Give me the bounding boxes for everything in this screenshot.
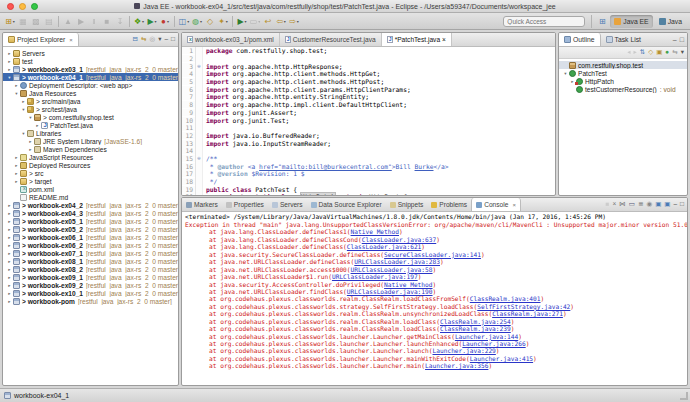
fold-marker-icon[interactable]: ⊖ — [195, 62, 203, 70]
explorer-item-workbook-ex10-1[interactable]: ▸> workbook-ex10_1[restful_java_jax-rs_2… — [3, 289, 178, 297]
back-history-button[interactable]: ⇦ — [275, 15, 287, 28]
hide-non-public-button[interactable]: ● — [665, 49, 669, 56]
forward-button[interactable]: ▸ — [633, 49, 636, 56]
expand-arrow[interactable]: ▸ — [6, 227, 13, 232]
outline-item-testcustomerresource[interactable]: testCustomerResource() : void — [559, 85, 687, 93]
explorer-item-workbook-ex08-1[interactable]: ▸> workbook-ex08_1[restful_java_jax-rs_2… — [3, 257, 178, 265]
step-into-button[interactable]: ↧ — [114, 15, 126, 28]
explorer-item-workbook-ex04-3[interactable]: ▸> workbook-ex04_3[restful_java_jax-rs_2… — [3, 209, 178, 217]
explorer-item-workbook-ex03-1[interactable]: ▸> workbook-ex03_1[restful_java_jax-rs_2… — [3, 65, 178, 73]
zoom-window-button[interactable] — [31, 3, 38, 10]
explorer-item-workbook-ex05-1[interactable]: ▸> workbook-ex05_1[restful_java_jax-rs_2… — [3, 217, 178, 225]
new-java-project-button[interactable]: ◫ — [178, 15, 190, 28]
fold-marker-icon[interactable]: ⊖ — [195, 193, 203, 196]
link-with-editor-button[interactable]: ⇆ — [672, 49, 677, 56]
focus-on-active-task-button[interactable]: ◎ — [150, 36, 156, 43]
run-button[interactable]: ▶ — [146, 15, 158, 28]
explorer-item-readme-md[interactable]: README.md — [3, 193, 178, 201]
view-tab-snippets[interactable]: Snippets — [386, 198, 428, 211]
explorer-item-servers[interactable]: ▸Servers — [3, 49, 178, 57]
clear-console-button[interactable]: ▭ — [629, 201, 635, 208]
explorer-item-workbook-ex05-2[interactable]: ▸> workbook-ex05_2[restful_java_jax-rs_2… — [3, 225, 178, 233]
forward-history-button[interactable]: ⇨ — [288, 15, 300, 28]
scroll-lock-button[interactable]: ≣ — [638, 201, 643, 208]
view-tab-data-source-explorer[interactable]: Data Source Explorer — [307, 198, 386, 211]
expand-arrow[interactable]: ▸ — [6, 259, 13, 264]
close-view-icon[interactable]: × — [512, 202, 516, 208]
expand-arrow[interactable]: ▸ — [27, 147, 34, 152]
profile-button[interactable]: ● — [159, 15, 171, 28]
fold-marker-icon[interactable]: ⊖ — [195, 155, 203, 163]
expand-arrow[interactable]: ▸ — [6, 243, 13, 248]
explorer-item-maven-dependencies[interactable]: ▸Maven Dependencies — [3, 145, 178, 153]
expand-arrow[interactable]: ▸ — [13, 179, 20, 184]
minimize-button[interactable]: ‒ — [164, 36, 168, 43]
stack-trace-link[interactable]: SecureClassLoader.java:141 — [384, 251, 481, 258]
expand-arrow[interactable]: ▾ — [27, 115, 34, 120]
expand-arrow[interactable]: ▸ — [6, 267, 13, 272]
display-selected-console-button[interactable]: ▣ — [655, 201, 661, 208]
explorer-item-deployed-resources[interactable]: ▸Deployed Resources — [3, 161, 178, 169]
stack-trace-link[interactable]: URLClassLoader.java:190 — [347, 288, 433, 295]
close-tab-icon[interactable]: × — [442, 36, 446, 43]
expand-arrow[interactable]: ▾ — [6, 75, 13, 80]
expand-arrow[interactable]: ▸ — [6, 219, 13, 224]
search-button[interactable]: ✦ — [217, 15, 229, 28]
explorer-item-workbook-pom[interactable]: ▸> workbook-pom[restful_java_jax-rs_2_0 … — [3, 297, 178, 305]
outline-item-patchtest[interactable]: ▾PatchTest — [559, 69, 687, 77]
stack-trace-link[interactable]: ClassRealm.java:254 — [440, 318, 511, 325]
view-menu-button[interactable]: ▾ — [158, 36, 161, 43]
terminate-button[interactable]: ■ — [606, 201, 610, 208]
expand-arrow[interactable]: ▾ — [20, 107, 27, 112]
view-menu-button[interactable]: ▾ — [681, 49, 684, 56]
hide-fields-button[interactable]: ◇ — [648, 49, 653, 56]
new-class-button[interactable]: ◍ — [191, 15, 203, 28]
debug-button[interactable]: ❖ — [133, 15, 145, 28]
explorer-item-com-restfully-shop-test[interactable]: ▾> com.restfully.shop.test — [3, 113, 178, 121]
stack-trace-link[interactable]: ClassRealm.java:401 — [470, 295, 541, 302]
project-explorer-tab[interactable]: Project Explorer × — [3, 33, 79, 46]
collapse-all-button[interactable]: ⊟ — [133, 36, 138, 43]
expand-arrow[interactable]: ▸ — [6, 211, 13, 216]
pin-console-button[interactable]: ◉ — [646, 201, 652, 208]
maximize-button[interactable]: □ — [171, 36, 175, 43]
explorer-item-patchtest-java[interactable]: ▸PatchTest.java — [3, 121, 178, 129]
back-button[interactable]: ◂ — [627, 49, 630, 56]
explorer-item-workbook-ex06-2[interactable]: ▸> workbook-ex06_2[restful_java_jax-rs_2… — [3, 241, 178, 249]
minimize-view-icon[interactable]: ‒ — [673, 36, 677, 43]
last-edit-location-button[interactable]: ↩ — [262, 15, 274, 28]
resize-grip[interactable] — [680, 392, 688, 400]
save-button[interactable]: ▦ — [17, 15, 29, 28]
link-with-editor-button[interactable]: ⇆ — [141, 36, 146, 43]
expand-arrow[interactable]: ▾ — [20, 131, 27, 136]
explorer-item-workbook-ex09-1[interactable]: ▸> workbook-ex09_1[restful_java_jax-rs_2… — [3, 273, 178, 281]
view-tab-console[interactable]: Console× — [471, 198, 521, 211]
perspective-java-button[interactable]: Java — [655, 15, 686, 28]
stack-trace-link[interactable]: Launcher.java:144 — [455, 333, 518, 340]
print-button[interactable]: ▤ — [43, 15, 55, 28]
explorer-item-src[interactable]: ▸> src — [3, 169, 178, 177]
console-output[interactable]: <terminated> /System/Library/Java/JavaVi… — [182, 212, 687, 370]
sort-button[interactable]: ⇅ — [640, 49, 645, 56]
minimize-window-button[interactable] — [19, 3, 26, 10]
editor-tab-patchtest-java[interactable]: J*PatchTest.java× — [382, 33, 452, 46]
quick-access-input[interactable] — [503, 16, 585, 27]
explorer-item-deployment-descriptor-web-app[interactable]: ▸Deployment Descriptor: <web app> — [3, 81, 178, 89]
stack-trace-link[interactable]: Launcher.java:356 — [425, 362, 488, 369]
explorer-item-workbook-ex04-1[interactable]: ▾> workbook-ex04_1[restful_java_jax-rs_2… — [3, 73, 178, 81]
stack-trace-link[interactable]: SelfFirstStrategy.java:42 — [477, 303, 570, 310]
stack-trace-link[interactable]: Native Method — [351, 228, 399, 235]
build-all-button[interactable]: ▲ — [62, 15, 74, 28]
open-perspective-button[interactable]: ⊞ — [596, 15, 608, 28]
expand-arrow[interactable]: ▸ — [6, 203, 13, 208]
remove-all-terminated-button[interactable]: ⋈ — [619, 201, 626, 208]
expand-arrow[interactable]: ▾ — [562, 71, 569, 76]
explorer-item-workbook-ex04-2[interactable]: ▸> workbook-ex04_2[restful_java_jax-rs_2… — [3, 201, 178, 209]
expand-arrow[interactable]: ▸ — [6, 299, 13, 304]
explorer-item-workbook-ex08-2[interactable]: ▸> workbook-ex08_2[restful_java_jax-rs_2… — [3, 265, 178, 273]
expand-arrow[interactable]: ▾ — [13, 91, 20, 96]
open-type-button[interactable]: ◇ — [204, 15, 216, 28]
expand-arrow[interactable]: ▸ — [34, 123, 41, 128]
outline-item-com-restfully-shop-test[interactable]: com.restfully.shop.test — [559, 61, 687, 69]
stack-trace-link[interactable]: ClassRealm.java:271 — [492, 310, 563, 317]
